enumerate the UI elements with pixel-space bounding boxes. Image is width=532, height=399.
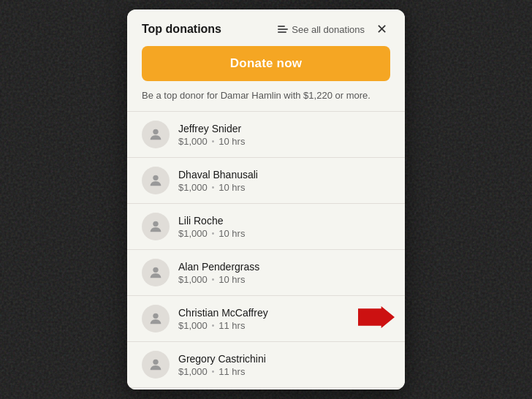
donation-item: Christian McCaffrey $1,000 • 11 hrs: [127, 295, 405, 341]
donor-name: Alan Pendergrass: [178, 261, 390, 273]
donor-name: Lili Roche: [178, 215, 390, 227]
user-icon: [148, 265, 164, 281]
highlight-arrow: [358, 304, 395, 333]
donor-avatar: [142, 121, 170, 148]
donor-amount: $1,000: [178, 228, 208, 239]
separator: •: [212, 229, 215, 238]
donor-time: 10 hrs: [218, 182, 245, 193]
donor-amount: $1,000: [178, 182, 208, 193]
donation-item: Dhaval Bhanusali $1,000 • 10 hrs: [127, 157, 405, 203]
user-icon: [148, 218, 164, 235]
donor-avatar: [142, 305, 170, 332]
separator: •: [212, 368, 215, 376]
header-actions: See all donations ✕: [278, 21, 390, 37]
user-icon: [148, 126, 164, 142]
modal-header: Top donations See all donations ✕: [127, 10, 405, 46]
donor-avatar: [142, 351, 170, 379]
donation-item: Lili Roche $1,000 • 10 hrs: [127, 203, 405, 249]
modal-title: Top donations: [142, 23, 221, 36]
donor-name: Gregory Castrichini: [178, 353, 390, 365]
donor-info: Alan Pendergrass $1,000 • 10 hrs: [178, 261, 390, 285]
donor-amount: $1,000: [178, 320, 208, 331]
separator: •: [212, 183, 215, 191]
donor-amount: $1,000: [178, 366, 208, 377]
svg-point-6: [153, 360, 158, 365]
donation-item: Jeffrey Snider $1,000 • 10 hrs: [127, 111, 405, 157]
donations-list: Jeffrey Snider $1,000 • 10 hrs Dhaval Bh…: [127, 111, 405, 390]
svg-point-1: [153, 175, 158, 180]
svg-marker-5: [358, 306, 395, 328]
donor-amount-time: $1,000 • 11 hrs: [178, 366, 390, 377]
top-donations-modal: Top donations See all donations ✕ Donate…: [127, 10, 405, 390]
donor-amount-time: $1,000 • 10 hrs: [178, 228, 390, 239]
donor-time: 11 hrs: [218, 320, 245, 331]
donor-name: Dhaval Bhanusali: [178, 169, 390, 180]
svg-point-2: [153, 221, 158, 227]
donation-item: Ryan Hillenbrand $1,000 • 11 hrs: [127, 387, 405, 390]
donor-amount: $1,000: [178, 136, 208, 147]
svg-point-0: [153, 129, 158, 134]
see-all-label: See all donations: [292, 24, 365, 35]
user-icon: [148, 172, 164, 189]
donor-time: 11 hrs: [218, 366, 245, 377]
donation-item: Alan Pendergrass $1,000 • 10 hrs: [127, 249, 405, 295]
donor-info: Jeffrey Snider $1,000 • 10 hrs: [178, 123, 390, 147]
close-button[interactable]: ✕: [373, 21, 390, 37]
donor-avatar: [142, 167, 170, 194]
svg-point-3: [153, 267, 158, 273]
separator: •: [212, 322, 215, 330]
see-all-link[interactable]: See all donations: [278, 24, 365, 35]
donor-info: Dhaval Bhanusali $1,000 • 10 hrs: [178, 169, 390, 193]
donate-button-container: Donate now: [127, 46, 405, 90]
svg-point-4: [153, 314, 158, 319]
donor-time: 10 hrs: [218, 274, 245, 285]
separator: •: [212, 137, 215, 145]
top-donor-note: Be a top donor for Damar Hamlin with $1,…: [127, 90, 405, 111]
donor-amount-time: $1,000 • 10 hrs: [178, 136, 390, 147]
donor-info: Gregory Castrichini $1,000 • 11 hrs: [178, 353, 390, 377]
user-icon: [148, 357, 164, 373]
donor-name: Jeffrey Snider: [178, 123, 390, 134]
user-icon: [148, 311, 164, 327]
donor-info: Lili Roche $1,000 • 10 hrs: [178, 215, 390, 239]
donor-amount-time: $1,000 • 10 hrs: [178, 274, 390, 285]
donor-amount: $1,000: [178, 274, 208, 285]
donor-avatar: [142, 259, 170, 286]
donor-time: 10 hrs: [218, 228, 245, 239]
donate-now-button[interactable]: Donate now: [142, 46, 390, 81]
list-icon: [278, 26, 288, 33]
donation-item: Gregory Castrichini $1,000 • 11 hrs: [127, 341, 405, 387]
donor-avatar: [142, 213, 170, 240]
donor-amount-time: $1,000 • 10 hrs: [178, 182, 390, 193]
separator: •: [212, 276, 215, 284]
donor-time: 10 hrs: [218, 136, 245, 147]
